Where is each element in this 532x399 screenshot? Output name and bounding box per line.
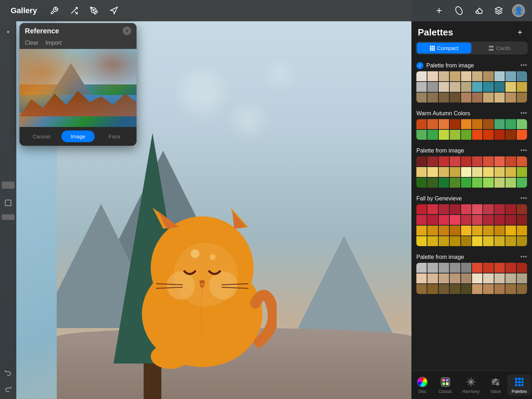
color-swatch[interactable]: [494, 130, 505, 140]
color-swatch[interactable]: [483, 215, 493, 225]
marker-icon[interactable]: [453, 4, 465, 17]
color-swatch[interactable]: [494, 273, 505, 283]
ref-tab-image[interactable]: Image: [61, 131, 95, 142]
color-swatch[interactable]: [439, 93, 449, 102]
color-swatch[interactable]: [439, 236, 449, 246]
color-swatch[interactable]: [483, 156, 493, 166]
color-swatch[interactable]: [461, 130, 471, 140]
color-swatch[interactable]: [461, 167, 471, 177]
color-swatch[interactable]: [450, 273, 460, 283]
color-swatch[interactable]: [439, 284, 449, 294]
color-swatch[interactable]: [517, 71, 527, 81]
color-swatch[interactable]: [483, 93, 493, 102]
color-swatch[interactable]: [416, 71, 427, 81]
color-swatch[interactable]: [517, 204, 527, 214]
palette-checkbox-0[interactable]: ✓: [416, 62, 423, 69]
color-swatch[interactable]: [517, 156, 527, 166]
color-swatch[interactable]: [483, 82, 493, 92]
color-swatch[interactable]: [461, 215, 471, 225]
color-swatch[interactable]: [483, 226, 493, 235]
color-swatch[interactable]: [494, 226, 505, 235]
color-swatch[interactable]: [450, 236, 460, 246]
color-swatch[interactable]: [439, 263, 449, 273]
color-swatch[interactable]: [505, 178, 516, 188]
color-swatch[interactable]: [472, 204, 482, 214]
color-swatch[interactable]: [483, 167, 493, 177]
color-swatch[interactable]: [494, 119, 505, 129]
color-swatch[interactable]: [450, 119, 460, 129]
color-swatch[interactable]: [416, 130, 427, 140]
layers-icon[interactable]: [492, 4, 505, 17]
color-swatch[interactable]: [416, 119, 427, 129]
color-swatch[interactable]: [517, 273, 527, 283]
color-swatch[interactable]: [461, 273, 471, 283]
color-swatch[interactable]: [416, 284, 427, 294]
bottom-tab-disc[interactable]: Disc: [412, 374, 433, 396]
color-swatch[interactable]: [416, 204, 427, 214]
color-swatch[interactable]: [450, 82, 460, 92]
color-swatch[interactable]: [505, 119, 516, 129]
ref-tab-canvas[interactable]: Canvas: [25, 131, 59, 142]
color-swatch[interactable]: [472, 226, 482, 235]
color-swatch[interactable]: [416, 156, 427, 166]
bottom-tab-harmony[interactable]: Harmony: [458, 374, 484, 396]
color-swatch[interactable]: [416, 178, 427, 188]
wrench-icon[interactable]: [48, 4, 61, 17]
color-swatch[interactable]: [483, 284, 493, 294]
color-swatch[interactable]: [427, 130, 438, 140]
color-swatch[interactable]: [450, 156, 460, 166]
color-swatch[interactable]: [483, 130, 493, 140]
color-swatch[interactable]: [439, 119, 449, 129]
color-swatch[interactable]: [427, 82, 438, 92]
palette-more-3[interactable]: •••: [520, 195, 527, 202]
color-swatch[interactable]: [416, 82, 427, 92]
color-swatch[interactable]: [427, 236, 438, 246]
reference-import-button[interactable]: Import: [45, 40, 61, 46]
color-swatch[interactable]: [427, 204, 438, 214]
color-swatch[interactable]: [472, 167, 482, 177]
color-swatch[interactable]: [517, 284, 527, 294]
color-swatch[interactable]: [472, 82, 482, 92]
color-swatch[interactable]: [439, 82, 449, 92]
color-swatch[interactable]: [427, 71, 438, 81]
color-swatch[interactable]: [505, 204, 516, 214]
color-swatch[interactable]: [505, 156, 516, 166]
color-swatch[interactable]: [461, 263, 471, 273]
color-swatch[interactable]: [483, 71, 493, 81]
color-swatch[interactable]: [461, 71, 471, 81]
color-swatch[interactable]: [483, 204, 493, 214]
color-swatch[interactable]: [505, 130, 516, 140]
color-swatch[interactable]: [439, 178, 449, 188]
color-swatch[interactable]: [483, 263, 493, 273]
square-tool[interactable]: [2, 196, 15, 209]
color-swatch[interactable]: [505, 226, 516, 235]
color-swatch[interactable]: [416, 226, 427, 235]
color-swatch[interactable]: [461, 178, 471, 188]
color-swatch[interactable]: [505, 215, 516, 225]
brush-size-control[interactable]: [2, 26, 15, 38]
palette-more-4[interactable]: •••: [520, 253, 527, 261]
color-swatch[interactable]: [517, 263, 527, 273]
reference-close-button[interactable]: ×: [123, 27, 131, 35]
color-swatch[interactable]: [517, 226, 527, 235]
color-swatch[interactable]: [450, 226, 460, 235]
gallery-button[interactable]: Gallery: [7, 4, 41, 17]
color-swatch[interactable]: [494, 93, 505, 102]
pen-icon[interactable]: [433, 4, 445, 17]
color-swatch[interactable]: [483, 119, 493, 129]
color-swatch[interactable]: [427, 93, 438, 102]
bottom-tab-palettes[interactable]: Palettes: [507, 374, 531, 396]
color-swatch[interactable]: [416, 236, 427, 246]
color-swatch[interactable]: [472, 273, 482, 283]
toggle-cards[interactable]: Cards: [472, 43, 527, 54]
color-swatch[interactable]: [494, 204, 505, 214]
color-swatch[interactable]: [416, 93, 427, 102]
modify-icon[interactable]: [68, 4, 81, 17]
color-swatch[interactable]: [439, 204, 449, 214]
color-swatch[interactable]: [505, 93, 516, 102]
color-swatch[interactable]: [517, 93, 527, 102]
color-swatch[interactable]: [494, 236, 505, 246]
color-swatch[interactable]: [427, 284, 438, 294]
color-swatch[interactable]: [505, 263, 516, 273]
toggle-compact[interactable]: Compact: [417, 43, 471, 54]
